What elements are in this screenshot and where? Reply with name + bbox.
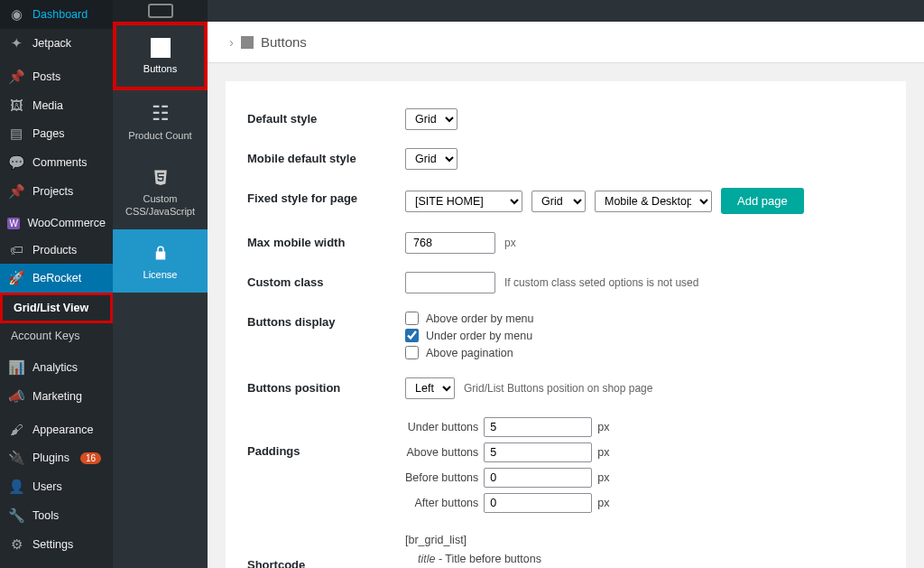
sidebar-item-products[interactable]: 🏷Products	[0, 236, 113, 264]
sidebar-label: Users	[32, 480, 62, 493]
chart-icon: 📊	[7, 359, 25, 376]
nav-label: Product Count	[128, 130, 191, 141]
buttons-position-select[interactable]: Left	[405, 377, 455, 399]
square-icon	[151, 38, 171, 58]
megaphone-icon: 📣	[7, 388, 25, 405]
after-buttons-input[interactable]	[484, 493, 592, 513]
under-order-checkbox[interactable]	[405, 329, 419, 342]
display-under-order[interactable]: Under order by menu	[405, 329, 534, 342]
fixed-device-select[interactable]: Mobile & Desktop	[595, 191, 712, 212]
buttons-display-label: Buttons display	[247, 312, 405, 329]
sidebar-item-plugins[interactable]: 🔌Plugins16	[0, 443, 113, 472]
sidebar-label: Posts	[32, 70, 60, 83]
sidebar-item-pages[interactable]: ▤Pages	[0, 119, 113, 148]
sidebar-label: Analytics	[32, 361, 78, 374]
brush-icon: 🖌	[7, 422, 25, 437]
sidebar-item-accountkeys[interactable]: Account Keys	[0, 323, 113, 349]
css-icon	[150, 166, 171, 188]
after-buttons-label: After buttons	[405, 497, 478, 509]
comment-icon: 💬	[7, 154, 25, 171]
above-buttons-input[interactable]	[484, 442, 592, 462]
buttons-position-hint: Grid/List Buttons position on shop page	[464, 382, 652, 395]
nav-product-count[interactable]: ☷ Product Count	[113, 90, 208, 154]
fixed-page-select[interactable]: [SITE HOME]	[405, 191, 522, 212]
sidebar-item-media[interactable]: 🖼Media	[0, 91, 113, 119]
sidebar-label: Account Keys	[11, 330, 79, 342]
unit-label: px	[597, 497, 609, 509]
nav-license[interactable]: License	[113, 229, 208, 293]
tool-icon: 🔧	[7, 507, 25, 524]
sidebar-label: Projects	[32, 185, 73, 198]
rocket-icon: 🚀	[7, 270, 25, 286]
sidebar-label: BeRocket	[32, 272, 81, 284]
display-above-order[interactable]: Above order by menu	[405, 312, 534, 325]
sidebar-label: Appearance	[32, 424, 93, 436]
sidebar-label: Tools	[32, 509, 59, 522]
sidebar-label: Plugins	[32, 452, 69, 464]
sidebar-item-dashboard[interactable]: ◉Dashboard	[0, 0, 113, 29]
media-icon: 🖼	[7, 98, 25, 113]
sidebar-item-berocket[interactable]: 🚀BeRocket	[0, 264, 113, 293]
square-icon	[241, 36, 254, 49]
nav-label: CSS/JavaScript	[125, 206, 195, 217]
shortcode-description: [br_grid_list] title - Title before butt…	[405, 531, 803, 568]
nav-custom-css[interactable]: Custom CSS/JavaScript	[113, 154, 208, 229]
unit-label: px	[504, 237, 516, 249]
sidebar-item-woocommerce[interactable]: WWooCommerce	[0, 210, 113, 236]
sidebar-item-posts[interactable]: 📌Posts	[0, 62, 113, 91]
add-page-button[interactable]: Add page	[721, 188, 804, 214]
sidebar-item-analytics[interactable]: 📊Analytics	[0, 353, 113, 382]
jetpack-icon: ✦	[7, 35, 25, 51]
sidebar-label: Marketing	[32, 390, 82, 403]
default-style-select[interactable]: Grid	[405, 108, 457, 130]
sidebar-label: Dashboard	[32, 8, 88, 21]
nav-buttons[interactable]: Buttons	[113, 22, 208, 90]
sidebar-label: Products	[32, 244, 77, 256]
display-above-pagination[interactable]: Above pagination	[405, 346, 534, 359]
sidebar-item-jetpack[interactable]: ✦Jetpack	[0, 29, 113, 58]
nav-label: Custom	[143, 193, 178, 204]
above-pagination-checkbox[interactable]	[405, 346, 419, 359]
fixed-style-select[interactable]: Grid	[531, 191, 586, 212]
dashboard-icon: ◉	[7, 6, 25, 23]
main-content: › Buttons Default style Grid Mobile defa…	[208, 0, 924, 568]
sidebar-label: Grid/List View	[14, 302, 88, 314]
page-title: Buttons	[261, 34, 307, 50]
sidebar-label: WooCommerce	[27, 217, 106, 229]
sidebar-item-tools[interactable]: 🔧Tools	[0, 501, 113, 530]
nav-label: License	[143, 269, 178, 280]
sidebar-item-marketing[interactable]: 📣Marketing	[0, 382, 113, 411]
sidebar-item-settings[interactable]: ⚙Settings	[0, 530, 113, 559]
max-mobile-input[interactable]	[405, 232, 495, 254]
sidebar-item-projects[interactable]: 📌Projects	[0, 177, 113, 206]
general-icon	[148, 4, 173, 18]
sidebar-item-divi[interactable]: ⒹDivi	[0, 563, 113, 568]
custom-class-input[interactable]	[405, 272, 495, 293]
sidebar-item-users[interactable]: 👤Users	[0, 472, 113, 501]
sidebar-label: Media	[32, 99, 63, 112]
pages-icon: ▤	[7, 126, 25, 142]
custom-class-label: Custom class	[247, 272, 405, 289]
plug-icon: 🔌	[7, 450, 25, 466]
buttons-position-label: Buttons position	[247, 377, 405, 395]
mobile-default-select[interactable]: Grid	[405, 148, 457, 170]
settings-icon: ⚙	[7, 536, 25, 553]
wp-admin-sidebar: ◉Dashboard ✦Jetpack 📌Posts 🖼Media ▤Pages…	[0, 0, 113, 568]
breadcrumb: › Buttons	[208, 22, 924, 63]
nav-topstrip	[113, 0, 208, 22]
above-order-checkbox[interactable]	[405, 312, 419, 325]
tag-icon: 🏷	[7, 242, 25, 257]
paddings-label: Paddings	[247, 417, 405, 458]
default-style-label: Default style	[247, 108, 405, 126]
before-buttons-input[interactable]	[484, 468, 592, 488]
nav-label: Buttons	[143, 63, 177, 74]
pin-icon: 📌	[7, 183, 25, 200]
sidebar-item-gridlistview[interactable]: Grid/List View	[0, 293, 113, 323]
before-buttons-label: Before buttons	[405, 471, 478, 484]
plugins-badge: 16	[80, 452, 101, 464]
sidebar-item-comments[interactable]: 💬Comments	[0, 148, 113, 177]
sidebar-item-appearance[interactable]: 🖌Appearance	[0, 415, 113, 443]
under-buttons-input[interactable]	[484, 417, 592, 437]
custom-class-hint: If custom class seted options is not use…	[504, 276, 698, 289]
sidebar-label: Comments	[32, 156, 87, 169]
